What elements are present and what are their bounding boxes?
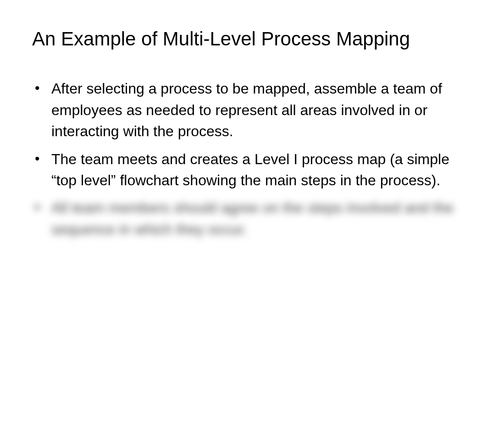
bullet-item-blurred: All team members should agree on the ste… — [32, 197, 455, 240]
bullet-item: After selecting a process to be mapped, … — [32, 78, 455, 142]
bullet-item: The team meets and creates a Level I pro… — [32, 149, 455, 191]
bullet-list: After selecting a process to be mapped, … — [32, 78, 455, 240]
slide-title: An Example of Multi-Level Process Mappin… — [32, 28, 455, 50]
